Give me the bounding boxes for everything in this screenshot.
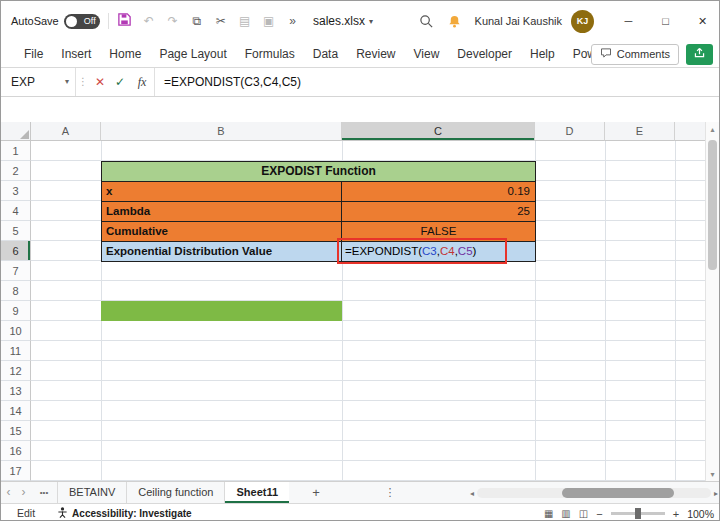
zoom-out-button[interactable]: − [596,508,602,520]
cell-c3-value[interactable]: 0.19 [341,181,536,202]
page-layout-view-icon[interactable]: ▥ [561,508,570,519]
quick-access-overflow-icon[interactable]: » [285,14,301,28]
tab-view[interactable]: View [405,41,449,67]
cell-b6-label-result[interactable]: Exponential Distribution Value [101,241,343,262]
format-painter-icon[interactable]: ▣ [261,14,277,28]
tab-help[interactable]: Help [521,41,564,67]
cell-b5-label-cumulative[interactable]: Cumulative [101,221,343,242]
sheet-tab-betainv[interactable]: BETAINV [57,482,126,503]
cell-c5-value[interactable]: FALSE [341,221,536,242]
row-header-17[interactable]: 17 [1,461,31,481]
formula-bar-handle-icon[interactable]: ⋮ [76,68,90,96]
vertical-scrollbar[interactable]: ▴ ▾ [705,122,719,481]
row-header-11[interactable]: 11 [1,341,31,361]
cell-b4-label-lambda[interactable]: Lambda [101,201,343,222]
comments-button[interactable]: Comments [591,44,679,65]
sheet-tabs-overflow[interactable]: ••• [31,482,57,503]
cell-b3-label-x[interactable]: x [101,181,343,202]
select-all-corner[interactable] [1,122,31,141]
row-header-5[interactable]: 5 [1,221,31,241]
insert-function-button[interactable]: fx [130,68,154,96]
name-box[interactable]: EXP ▾ [1,68,75,96]
tab-formulas[interactable]: Formulas [236,41,304,67]
search-icon[interactable] [419,14,434,29]
copy-icon[interactable]: ⧉ [189,14,205,28]
tab-review[interactable]: Review [347,41,404,67]
row-header-4[interactable]: 4 [1,201,31,221]
autosave-toggle[interactable]: AutoSave Off [11,14,100,29]
scroll-left-icon[interactable]: ◂ [470,489,474,498]
column-header-c[interactable]: C [342,122,535,141]
sheet-nav-left-icon[interactable]: ‹ [1,482,16,503]
document-title[interactable]: sales.xlsx ▾ [313,1,373,41]
horizontal-scroll-thumb[interactable] [562,488,674,498]
share-button[interactable] [686,44,713,65]
user-name[interactable]: Kunal Jai Kaushik [475,15,562,27]
row-header-10[interactable]: 10 [1,321,31,341]
notifications-bell-icon[interactable] [447,14,462,29]
cut-icon[interactable]: ✂ [213,14,229,28]
row-header-3[interactable]: 3 [1,181,31,201]
column-header-a[interactable]: A [31,122,101,141]
formula-input[interactable]: =EXPONDIST(C3,C4,C5) [155,68,720,96]
tab-data[interactable]: Data [304,41,347,67]
row-header-1[interactable]: 1 [1,141,31,161]
name-box-chevron-icon[interactable]: ▾ [65,68,69,96]
row-header-16[interactable]: 16 [1,441,31,461]
zoom-level[interactable]: 100% [687,508,714,520]
avatar[interactable]: KJ [571,10,594,33]
tab-file[interactable]: File [15,41,52,67]
tab-developer[interactable]: Developer [448,41,521,67]
tab-home[interactable]: Home [100,41,150,67]
save-icon[interactable] [117,12,133,30]
divider [108,13,109,29]
row-header-8[interactable]: 8 [1,281,31,301]
confirm-entry-button[interactable]: ✓ [110,68,130,96]
zoom-in-button[interactable]: + [673,508,679,520]
cell-b9-green-fill[interactable] [101,301,342,321]
add-sheet-button[interactable]: + [305,482,327,503]
vertical-scroll-thumb[interactable] [708,140,717,270]
row-header-2[interactable]: 2 [1,161,31,181]
row-header-15[interactable]: 15 [1,421,31,441]
minimize-button[interactable]: ─ [610,1,647,41]
ribbon-tab-bar: File Insert Home Page Layout Formulas Da… [1,41,720,68]
worksheet-grid[interactable]: EXPODIST Function x 0.19 Lambda 25 Cumul… [31,141,707,481]
tab-insert[interactable]: Insert [52,41,100,67]
row-header-12[interactable]: 12 [1,361,31,381]
row-header-6[interactable]: 6 [1,241,31,261]
cancel-entry-button[interactable]: ✕ [90,68,110,96]
row-header-7[interactable]: 7 [1,261,31,281]
column-header-d[interactable]: D [535,122,605,141]
sheet-nav-right-icon[interactable]: › [16,482,31,503]
select-all-triangle-icon [20,130,29,139]
undo-icon[interactable]: ↶ [141,14,157,28]
scroll-up-icon[interactable]: ▴ [706,122,719,138]
row-header-9[interactable]: 9 [1,301,31,321]
sheet-bar-menu-icon[interactable]: ⋮ [383,482,397,503]
row-header-14[interactable]: 14 [1,401,31,421]
zoom-slider[interactable] [611,512,665,515]
cell-b2-table-title[interactable]: EXPODIST Function [101,161,536,182]
cell-c4-value[interactable]: 25 [341,201,536,222]
paste-icon[interactable]: ▤ [237,14,253,28]
sheet-tab-ceiling-function[interactable]: Ceiling function [126,482,224,503]
autosave-pill[interactable]: Off [64,14,100,29]
maximize-button[interactable]: □ [647,1,684,41]
redo-icon[interactable]: ↷ [165,14,181,28]
close-button[interactable]: ✕ [684,1,720,41]
scroll-right-icon[interactable]: ▸ [714,489,718,498]
sheet-tab-sheet11[interactable]: Sheet11 [224,482,289,503]
page-break-view-icon[interactable]: ◫ [579,508,588,519]
tab-page-layout[interactable]: Page Layout [150,41,235,67]
accessibility-checker[interactable]: Accessibility: Investigate [57,506,192,521]
zoom-slider-thumb[interactable] [635,508,641,519]
column-header-e[interactable]: E [605,122,675,141]
column-header-b[interactable]: B [101,122,342,141]
row-header-13[interactable]: 13 [1,381,31,401]
normal-view-icon[interactable]: ▦ [544,508,553,519]
scroll-down-icon[interactable]: ▾ [706,470,719,479]
cell-c6-formula[interactable]: =EXPONDIST(C3,C4,C5) [341,241,536,262]
horizontal-scroll-track[interactable] [477,488,711,498]
horizontal-scrollbar[interactable]: ◂ ▸ [470,482,718,504]
